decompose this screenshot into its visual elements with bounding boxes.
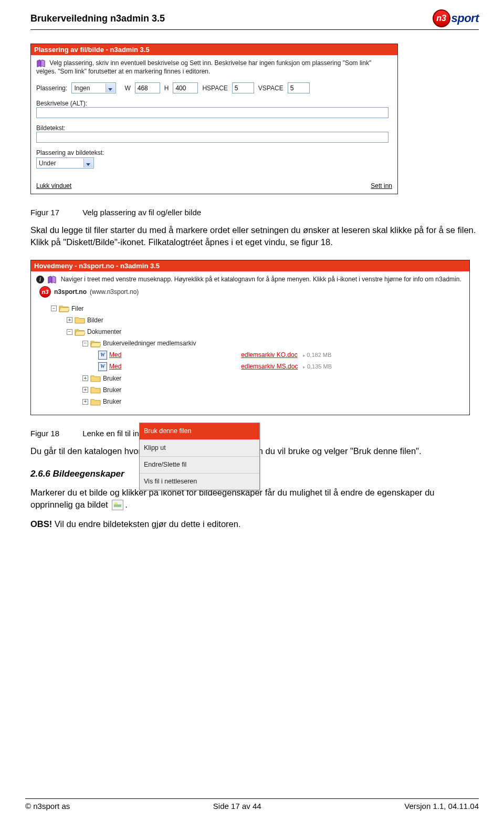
logo-text: sport <box>452 12 479 25</box>
expand-icon[interactable]: + <box>82 387 88 393</box>
folder-icon <box>75 315 85 324</box>
folder-open-icon <box>75 328 85 336</box>
footer-left: © n3sport as <box>25 802 70 811</box>
dialog-intro: Velg plassering, skriv inn eventuell bes… <box>36 59 371 75</box>
select-plassering-bildetekst[interactable]: Under <box>36 157 94 169</box>
menu-item-vis-fil[interactable]: Vis fil i nettleseren <box>140 473 259 490</box>
label-hspace: HSPACE <box>202 85 227 92</box>
hovedmeny-intro: Naviger i treet med venstre museknapp. H… <box>61 276 461 283</box>
hovedmeny-title: Hovedmeny - n3sport.no - n3admin 3.5 <box>31 260 469 271</box>
label-w: W <box>124 85 130 92</box>
label-plassering: Plassering: <box>36 85 67 92</box>
expand-icon[interactable]: + <box>82 375 88 381</box>
label-plassering-bildetekst: Plassering av bildetekst: <box>36 149 392 156</box>
tree-node-filer[interactable]: − Filer <box>36 303 464 314</box>
select-plassering[interactable]: Ingen <box>71 82 116 93</box>
tree-node-bruker-c[interactable]: + Bruker <box>36 396 464 407</box>
document-footer: © n3sport as Side 17 av 44 Versjon 1.1, … <box>25 798 479 811</box>
collapse-icon[interactable]: − <box>51 306 57 311</box>
input-beskrivelse[interactable] <box>36 107 388 118</box>
context-menu: Bruk denne filen Klipp ut Endre/Slette f… <box>139 423 260 491</box>
book-icon <box>36 59 46 68</box>
figure-17-caption: Figur 17 Velg plassering av fil og/eller… <box>30 208 479 217</box>
tree-file-1[interactable]: W Med edlemsarkiv KO.doc 0,182 MB <box>36 349 464 361</box>
word-file-icon: W <box>98 351 107 360</box>
file-tree: − Filer + Bilder − Dokumenter − <box>36 303 464 408</box>
document-title: Brukerveiledning n3admin 3.5 <box>30 13 165 24</box>
tree-node-bruker-b[interactable]: + Bruker <box>36 384 464 396</box>
book-icon <box>47 276 57 284</box>
footer-center: Side 17 av 44 <box>213 802 261 811</box>
word-file-icon: W <box>98 362 107 371</box>
menu-item-klipp-ut[interactable]: Klipp ut <box>140 440 259 457</box>
obs-line: OBS! Vil du endre bildeteksten gjør du d… <box>30 518 479 530</box>
input-bildetekst[interactable] <box>36 132 388 143</box>
tree-node-bruker-a[interactable]: + Bruker <box>36 373 464 384</box>
label-h: H <box>164 85 169 92</box>
root-name: n3sport.no <box>54 288 87 296</box>
menu-item-endre-slette[interactable]: Endre/Slette fil <box>140 457 259 473</box>
label-beskrivelse: Beskrivelse (ALT): <box>36 100 392 107</box>
folder-icon <box>90 374 101 383</box>
label-bildetekst: Bildetekst: <box>36 124 392 132</box>
folder-icon <box>90 385 101 394</box>
input-hspace[interactable] <box>232 82 254 93</box>
expand-icon[interactable]: + <box>82 399 88 405</box>
menu-item-bruk-denne-filen[interactable]: Bruk denne filen <box>140 423 259 440</box>
input-width[interactable] <box>135 82 160 93</box>
screenshot-hovedmeny: Hovedmeny - n3sport.no - n3admin 3.5 i N… <box>30 260 470 416</box>
collapse-icon[interactable]: − <box>67 329 72 335</box>
expand-icon[interactable]: + <box>67 317 72 323</box>
tree-node-dokumenter[interactable]: − Dokumenter <box>36 326 464 338</box>
figure-18-number: Figur 18 <box>30 429 80 438</box>
tree-root: n3 n3sport.no (www.n3sport.no) <box>39 286 464 298</box>
folder-open-icon <box>90 339 101 348</box>
dialog-title: Plassering av fil/bilde - n3admin 3.5 <box>31 44 397 55</box>
n3sport-logo: n3 sport <box>433 9 479 27</box>
tree-node-brukerveiledninger[interactable]: − Brukerveiledninger medlemsarkiv <box>36 338 464 349</box>
link-sett-inn[interactable]: Sett inn <box>371 182 392 190</box>
figure-17-number: Figur 17 <box>30 208 80 217</box>
folder-open-icon <box>59 304 69 313</box>
figure-17-text: Velg plassering av fil og/eller bilde <box>82 208 201 217</box>
file-2-size: 0,135 MB <box>303 361 332 372</box>
document-header: Brukerveiledning n3admin 3.5 n3 sport <box>30 9 479 30</box>
collapse-icon[interactable]: − <box>82 341 88 346</box>
obs-label: OBS! <box>30 519 52 529</box>
label-vspace: VSPACE <box>258 85 284 92</box>
tree-file-2[interactable]: W Med edlemsarkiv MS.doc 0,135 MB <box>36 361 464 372</box>
info-icon: i <box>36 276 44 283</box>
tree-node-bilder[interactable]: + Bilder <box>36 314 464 326</box>
input-vspace[interactable] <box>288 82 310 93</box>
root-www: (www.n3sport.no) <box>90 288 139 296</box>
screenshot-placement-dialog: Plassering av fil/bilde - n3admin 3.5 Ve… <box>30 44 398 194</box>
paragraph-below-fig17: Skal du legge til filer starter du med å… <box>30 224 479 248</box>
root-badge-icon: n3 <box>39 286 51 298</box>
link-lukk-vinduet[interactable]: Lukk vinduet <box>36 182 71 190</box>
footer-right: Versjon 1.1, 04.11.04 <box>404 802 479 811</box>
image-properties-icon <box>112 500 123 510</box>
input-height[interactable] <box>173 82 198 93</box>
logo-badge-icon: n3 <box>433 9 450 27</box>
file-1-size: 0,182 MB <box>303 350 332 360</box>
folder-icon <box>90 397 101 406</box>
